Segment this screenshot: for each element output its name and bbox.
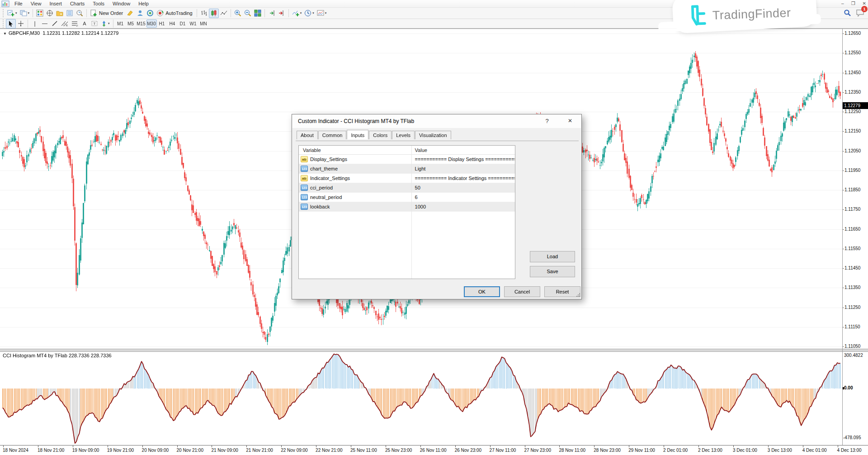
time-axis-label: 2 Dec 01:00 bbox=[663, 448, 688, 453]
param-value[interactable]: 6 bbox=[411, 193, 418, 202]
horizontal-line-button[interactable]: — bbox=[40, 19, 50, 28]
chart-line-button[interactable] bbox=[219, 9, 229, 18]
window-controls: – ❐ ✕ bbox=[841, 0, 866, 7]
tab-inputs[interactable]: Inputs bbox=[347, 130, 368, 139]
timeframe-m15-button[interactable]: M15 bbox=[136, 19, 146, 28]
menu-help[interactable]: Help bbox=[134, 0, 153, 7]
tile-windows-button[interactable] bbox=[253, 9, 263, 18]
numeric-param-icon: 123 bbox=[301, 194, 308, 200]
param-value[interactable]: =========== Indicator Settings =========… bbox=[411, 174, 515, 183]
text-label-button[interactable]: T bbox=[90, 19, 99, 28]
ok-button[interactable]: OK bbox=[464, 286, 500, 297]
param-row-Display_Settings[interactable]: abDisplay_Settings=========== Display Se… bbox=[299, 155, 515, 164]
menu-charts[interactable]: Charts bbox=[66, 0, 89, 7]
timeframe-h1-button[interactable]: H1 bbox=[157, 19, 167, 28]
timeframe-mn-button[interactable]: MN bbox=[198, 19, 209, 28]
templates-button[interactable]: ▾ bbox=[316, 9, 328, 18]
param-row-lookback[interactable]: 123lookback1000 bbox=[299, 202, 515, 212]
cursor-button[interactable] bbox=[6, 19, 16, 28]
dialog-titlebar[interactable]: Custom Indicator - CCI Histogram MT4 by … bbox=[292, 114, 581, 128]
menu-file[interactable]: File bbox=[10, 0, 27, 7]
app-icon[interactable] bbox=[1, 0, 10, 7]
new-order-button[interactable]: New Order bbox=[89, 9, 125, 18]
time-tick bbox=[838, 446, 838, 447]
trendline-button[interactable] bbox=[50, 19, 60, 28]
timeframe-w1-button[interactable]: W1 bbox=[188, 19, 198, 28]
profiles-button[interactable]: ▾ bbox=[19, 9, 31, 18]
zoom-in-button[interactable] bbox=[233, 9, 243, 18]
indicators-button[interactable]: ▾ bbox=[291, 9, 303, 18]
param-row-chart_theme[interactable]: 123chart_themeLight bbox=[299, 164, 515, 174]
time-axis-label: 19 Nov 09:00 bbox=[72, 448, 99, 453]
reset-button[interactable]: Reset bbox=[544, 286, 580, 297]
new-chart-button[interactable]: ▾ bbox=[6, 9, 19, 18]
dialog-help-button[interactable]: ? bbox=[542, 118, 552, 124]
market-button[interactable] bbox=[145, 9, 155, 18]
menu-window[interactable]: Window bbox=[108, 0, 134, 7]
navigator-button[interactable] bbox=[55, 9, 65, 18]
param-row-neutral_period[interactable]: 123neutral_period6 bbox=[299, 193, 515, 202]
text-button[interactable]: A bbox=[80, 19, 90, 28]
chart-shift-button[interactable] bbox=[277, 9, 287, 18]
chat-icon[interactable]: 1 bbox=[856, 9, 864, 18]
param-row-cci_period[interactable]: 123cci_period50 bbox=[299, 183, 515, 193]
save-button[interactable]: Save bbox=[530, 266, 575, 277]
chevron-down-icon: ▾ bbox=[325, 11, 327, 15]
toolbar-grip[interactable] bbox=[3, 19, 5, 28]
arrows-button[interactable]: ▾ bbox=[99, 19, 111, 28]
menu-view[interactable]: View bbox=[27, 0, 46, 7]
tab-levels[interactable]: Levels bbox=[392, 131, 415, 139]
chart-bars-button[interactable] bbox=[199, 9, 209, 18]
cancel-button[interactable]: Cancel bbox=[504, 286, 540, 297]
mql5-community-button[interactable] bbox=[135, 9, 145, 18]
timeframe-d1-button[interactable]: D1 bbox=[178, 19, 188, 28]
price-axis-label: 1.12450 bbox=[844, 70, 861, 75]
pane-separator[interactable] bbox=[0, 349, 868, 352]
time-axis-label: 25 Nov 23:00 bbox=[385, 448, 412, 453]
menu-tools[interactable]: Tools bbox=[89, 0, 108, 7]
load-button[interactable]: Load bbox=[530, 251, 575, 262]
toolbar-grip[interactable] bbox=[3, 9, 5, 17]
market-watch-button[interactable] bbox=[35, 9, 45, 18]
crosshair-button[interactable] bbox=[16, 19, 26, 28]
time-axis-label: 26 Nov 11:00 bbox=[420, 448, 447, 453]
tab-visualization[interactable]: Visualization bbox=[415, 131, 451, 139]
data-window-button[interactable] bbox=[45, 9, 55, 18]
dialog-close-button[interactable]: ✕ bbox=[565, 118, 575, 124]
timeframe-m1-button[interactable]: M1 bbox=[115, 19, 126, 28]
tab-common[interactable]: Common bbox=[318, 131, 347, 139]
time-tick bbox=[455, 446, 456, 447]
vertical-line-button[interactable]: | bbox=[30, 19, 40, 28]
timeframe-h4-button[interactable]: H4 bbox=[167, 19, 178, 28]
time-axis-label: 18 Nov 2024 bbox=[3, 448, 28, 453]
time-axis[interactable]: 18 Nov 202418 Nov 21:0019 Nov 09:0019 No… bbox=[0, 445, 868, 455]
param-value[interactable]: 50 bbox=[411, 183, 420, 193]
strategy-tester-button[interactable] bbox=[75, 9, 85, 18]
timeframe-m5-button[interactable]: M5 bbox=[126, 19, 136, 28]
param-row-Indicator_Settings[interactable]: abIndicator_Settings=========== Indicato… bbox=[299, 174, 515, 183]
tab-about[interactable]: About bbox=[297, 131, 318, 139]
search-icon[interactable] bbox=[844, 9, 851, 18]
auto-scroll-button[interactable] bbox=[267, 9, 277, 18]
timeframe-m30-button[interactable]: M30 bbox=[146, 19, 157, 28]
time-tick bbox=[246, 446, 247, 447]
terminal-button[interactable] bbox=[65, 9, 75, 18]
symbol-dropdown-icon[interactable]: ▼ bbox=[3, 32, 7, 36]
minimize-button[interactable]: – bbox=[841, 0, 844, 7]
param-value[interactable]: Light bbox=[411, 164, 426, 174]
chart-candles-button[interactable] bbox=[209, 9, 219, 18]
zoom-out-button[interactable] bbox=[243, 9, 253, 18]
menu-insert[interactable]: Insert bbox=[45, 0, 66, 7]
cci-indicator-canvas[interactable] bbox=[0, 352, 842, 445]
periods-button[interactable]: ▾ bbox=[303, 9, 316, 18]
fibonacci-button[interactable]: F bbox=[70, 19, 80, 28]
param-value[interactable]: 1000 bbox=[411, 202, 426, 212]
metaeditor-button[interactable] bbox=[125, 9, 135, 18]
restore-button[interactable]: ❐ bbox=[851, 0, 855, 7]
param-value[interactable]: =========== Display Settings =========== bbox=[411, 155, 515, 164]
tab-colors[interactable]: Colors bbox=[369, 131, 392, 139]
resize-grip-icon[interactable] bbox=[576, 293, 580, 298]
symbol-readout[interactable]: ▼GBPCHF,M30 1.12231 1.12282 1.12214 1.12… bbox=[3, 30, 118, 36]
autotrading-button[interactable]: AutoTrading bbox=[155, 9, 195, 18]
equidistant-channel-button[interactable]: E bbox=[60, 19, 70, 28]
